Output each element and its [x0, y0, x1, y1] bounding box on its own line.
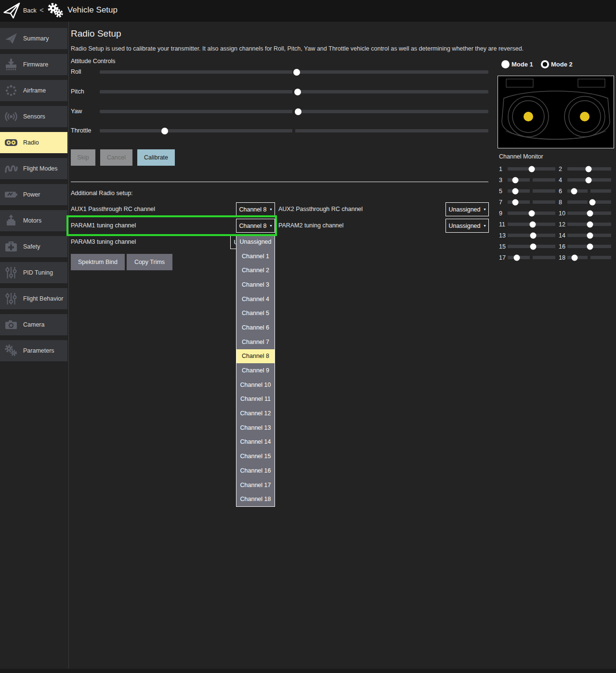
- sidebar-item-label: Firmware: [23, 61, 48, 68]
- channel-number: 6: [559, 188, 567, 195]
- aux2-channel-combo[interactable]: Unassigned ▾: [446, 202, 489, 216]
- sidebar-item-power[interactable]: Power: [0, 184, 67, 205]
- channel-number: 5: [499, 188, 508, 195]
- channel-monitor-row: 4: [559, 174, 615, 185]
- channel-value-dot: [513, 254, 520, 261]
- channel-option[interactable]: Channel 18: [236, 492, 275, 506]
- channel-number: 9: [499, 210, 508, 217]
- channel-value-dot: [530, 221, 536, 227]
- channel-monitor-row: 16: [559, 241, 615, 252]
- copy-trims-button[interactable]: Copy Trims: [127, 254, 172, 270]
- radio-setup-description: Radio Setup is used to calibrate your tr…: [71, 45, 533, 52]
- channel-option[interactable]: Channel 14: [236, 435, 275, 449]
- param2-channel-combo[interactable]: Unassigned ▾: [446, 219, 489, 233]
- throttle-slider-handle[interactable]: [161, 128, 168, 134]
- radio-button-checked-icon[interactable]: [541, 60, 549, 68]
- sidebar-item-radio[interactable]: Radio: [0, 132, 67, 153]
- pitch-slider[interactable]: [100, 90, 488, 93]
- channel-option[interactable]: Channel 12: [236, 406, 275, 421]
- throttle-slider[interactable]: [100, 129, 488, 132]
- motor-icon: [4, 213, 18, 228]
- channel-option[interactable]: Channel 10: [236, 378, 275, 392]
- calibrate-button[interactable]: Calibrate: [137, 149, 175, 166]
- sidebar-item-summary[interactable]: Summary: [0, 28, 67, 49]
- pitch-label: Pitch: [71, 88, 84, 95]
- channel-option[interactable]: Channel 4: [236, 292, 275, 306]
- sidebar-item-firmware[interactable]: Firmware: [0, 54, 67, 75]
- param1-channel-combo[interactable]: Channel 8 ▾: [236, 219, 275, 233]
- channel-bar: [567, 234, 611, 237]
- channel-value-dot: [512, 188, 518, 194]
- channel-bar: [508, 256, 555, 259]
- camera-icon: [4, 317, 18, 332]
- channel-option[interactable]: Channel 1: [236, 249, 275, 264]
- channel-value-dot: [571, 188, 577, 194]
- sidebar-item-label: Sensors: [23, 113, 45, 120]
- battery-icon: [4, 187, 18, 202]
- sidebar-item-pid-tuning[interactable]: PID Tuning: [0, 262, 67, 283]
- vehicle-setup-gears-icon: [47, 2, 64, 20]
- sidebar-item-motors[interactable]: Motors: [0, 210, 67, 231]
- channel-option[interactable]: Channel 17: [236, 478, 275, 492]
- sidebar-item-flight-behavior[interactable]: Flight Behavior: [0, 288, 67, 309]
- channel-option[interactable]: Channel 2: [236, 263, 275, 277]
- channel-number: 17: [499, 254, 508, 261]
- channel-option[interactable]: Channel 13: [236, 421, 275, 435]
- channel-option[interactable]: Channel 5: [236, 306, 275, 320]
- channel-monitor-row: 5: [499, 185, 559, 197]
- sidebar-item-camera[interactable]: Camera: [0, 314, 67, 335]
- qgc-logo-icon[interactable]: [3, 1, 21, 20]
- channel-option[interactable]: Channel 3: [236, 277, 275, 292]
- param2-tuning-label: PARAM2 tuning channel: [278, 222, 343, 229]
- channel-monitor-grid: 1 2 3 4 5 6 7 8 9 10 11 12 13 14 15 16 1…: [499, 163, 615, 263]
- channel-option[interactable]: Channel 9: [236, 363, 275, 378]
- channel-option[interactable]: Channel 15: [236, 449, 275, 463]
- channel-option[interactable]: Channel 16: [236, 463, 275, 478]
- roll-slider[interactable]: [100, 70, 488, 74]
- mode2-radio[interactable]: Mode 2: [541, 60, 573, 68]
- mode1-radio[interactable]: Mode 1: [501, 60, 533, 68]
- radio-button-icon[interactable]: [501, 60, 510, 68]
- airframe-spinner-icon: [4, 83, 18, 98]
- channel-value-dot: [530, 243, 537, 250]
- aux1-channel-combo[interactable]: Channel 8 ▾: [236, 202, 275, 216]
- channel-monitor-row: 18: [559, 252, 615, 263]
- aux2-channel-value: Unassigned: [448, 206, 480, 213]
- channel-option[interactable]: Channel 7: [236, 335, 275, 349]
- caret-down-icon: ▾: [270, 208, 272, 211]
- sidebar-item-safety[interactable]: Safety: [0, 236, 67, 257]
- channel-option-selected[interactable]: Channel 8: [236, 349, 275, 364]
- back-button[interactable]: Back: [23, 7, 37, 14]
- sidebar-item-flight-modes[interactable]: Flight Modes: [0, 158, 67, 179]
- sidebar-item-label: Safety: [23, 243, 40, 250]
- channel-number: 16: [559, 243, 567, 250]
- channel-value-dot: [528, 166, 535, 172]
- channel-bar: [508, 245, 555, 248]
- caret-down-icon: ▾: [270, 224, 272, 228]
- channel-option[interactable]: Unassigned: [236, 235, 275, 249]
- channel-value-dot: [589, 199, 595, 205]
- sidebar-item-parameters[interactable]: Parameters: [0, 340, 67, 361]
- yaw-slider-handle[interactable]: [295, 108, 301, 115]
- page-title: Vehicle Setup: [67, 5, 118, 15]
- channel-number: 15: [499, 243, 508, 250]
- channel-number: 4: [559, 177, 567, 184]
- channel-option[interactable]: Channel 11: [236, 392, 275, 407]
- channel-option[interactable]: Channel 6: [236, 320, 275, 335]
- sidebar-item-airframe[interactable]: Airframe: [0, 80, 67, 101]
- sidebar-item-sensors[interactable]: Sensors: [0, 106, 67, 127]
- channel-bar: [567, 167, 611, 171]
- yaw-slider[interactable]: [100, 110, 488, 113]
- spektrum-bind-button[interactable]: Spektrum Bind: [71, 254, 125, 270]
- paper-plane-icon: [4, 31, 18, 46]
- pitch-slider-handle[interactable]: [294, 89, 301, 95]
- right-stick-dot: [580, 112, 590, 121]
- channel-monitor-row: 3: [499, 174, 559, 185]
- skip-button[interactable]: Skip: [71, 149, 95, 166]
- aux1-channel-value: Channel 8: [239, 206, 266, 213]
- roll-slider-handle[interactable]: [293, 69, 300, 76]
- cancel-button[interactable]: Cancel: [100, 149, 132, 166]
- channel-bar: [508, 167, 555, 171]
- param1-channel-value: Channel 8: [239, 223, 266, 229]
- channel-monitor-row: 10: [559, 208, 615, 219]
